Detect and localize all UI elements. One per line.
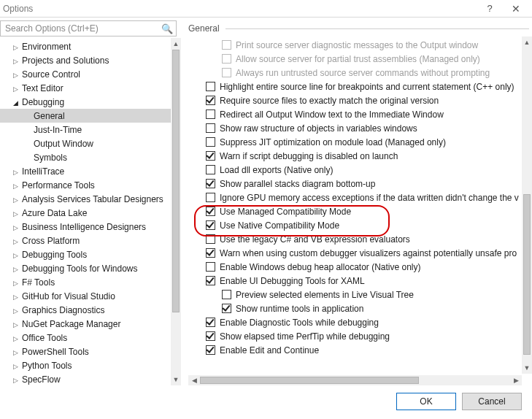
options-hscrollbar[interactable]: ◀ ▶ bbox=[188, 375, 522, 385]
tree-item[interactable]: Office Tools bbox=[0, 331, 171, 345]
checkbox[interactable] bbox=[206, 179, 215, 188]
checkbox[interactable] bbox=[206, 123, 215, 133]
checkbox[interactable] bbox=[206, 331, 215, 341]
checkbox[interactable] bbox=[206, 193, 215, 202]
tree-item-label: Performance Tools bbox=[20, 180, 95, 191]
checkbox[interactable] bbox=[206, 165, 215, 174]
scroll-left-icon[interactable]: ◀ bbox=[188, 375, 200, 385]
checkbox[interactable] bbox=[206, 82, 215, 91]
chevron-right-icon[interactable] bbox=[10, 209, 20, 218]
scroll-down-icon[interactable]: ▼ bbox=[171, 374, 181, 385]
tree-item[interactable]: Business Intelligence Designers bbox=[0, 220, 171, 234]
tree-item[interactable]: Python Tools bbox=[0, 358, 171, 372]
tree-item[interactable]: Azure Data Lake bbox=[0, 206, 171, 220]
tree-item-label: Debugging Tools for Windows bbox=[20, 264, 138, 274]
tree-item[interactable]: General bbox=[0, 109, 171, 123]
chevron-right-icon[interactable] bbox=[10, 334, 20, 342]
tree-item-label: Projects and Solutions bbox=[20, 55, 109, 66]
ok-button[interactable]: OK bbox=[396, 393, 456, 410]
chevron-right-icon[interactable] bbox=[10, 42, 20, 51]
close-icon[interactable]: ✕ bbox=[503, 4, 529, 14]
search-icon[interactable]: 🔍 bbox=[161, 23, 173, 34]
checkbox[interactable] bbox=[222, 304, 231, 313]
scroll-down-icon[interactable]: ▼ bbox=[522, 362, 532, 374]
tree-item[interactable]: IntelliTrace bbox=[0, 164, 171, 178]
chevron-down-icon[interactable] bbox=[10, 98, 20, 107]
tree-item[interactable]: Output Window bbox=[0, 137, 171, 150]
checkbox[interactable] bbox=[206, 137, 215, 147]
options-vscrollbar[interactable]: ▲ ▼ bbox=[522, 36, 532, 374]
scroll-up-icon[interactable]: ▲ bbox=[171, 38, 181, 50]
chevron-right-icon[interactable] bbox=[10, 195, 20, 204]
tree-item[interactable]: PowerShell Tools bbox=[0, 345, 171, 358]
tree-item-label: Source Control bbox=[20, 69, 80, 80]
chevron-right-icon[interactable] bbox=[10, 237, 20, 245]
tree-scrollbar[interactable]: ▲ ▼ bbox=[171, 38, 181, 385]
checkbox[interactable] bbox=[206, 207, 215, 216]
tree-item[interactable]: Performance Tools bbox=[0, 178, 171, 192]
chevron-right-icon[interactable] bbox=[10, 70, 20, 79]
option-row: Preview selected elements in Live Visual… bbox=[188, 288, 520, 301]
chevron-right-icon[interactable] bbox=[10, 375, 20, 384]
checkbox[interactable] bbox=[206, 345, 215, 355]
tree-item[interactable]: GitHub for Visual Studio bbox=[0, 289, 171, 303]
checkbox[interactable] bbox=[206, 318, 215, 327]
chevron-right-icon[interactable] bbox=[10, 347, 20, 356]
chevron-right-icon[interactable] bbox=[10, 56, 20, 65]
checkbox[interactable] bbox=[206, 151, 215, 161]
chevron-right-icon[interactable] bbox=[10, 292, 20, 301]
tree-item[interactable]: Graphics Diagnostics bbox=[0, 303, 171, 317]
tree-item-label: GitHub for Visual Studio bbox=[20, 291, 115, 301]
checkbox[interactable] bbox=[222, 290, 231, 299]
tree-item[interactable]: Source Control bbox=[0, 67, 171, 81]
tree-item[interactable]: F# Tools bbox=[0, 275, 171, 289]
checkbox[interactable] bbox=[206, 262, 215, 272]
tree-item[interactable]: Cross Platform bbox=[0, 234, 171, 247]
tree-item-label: Debugging Tools bbox=[20, 250, 87, 260]
tree-item[interactable]: Text Editor bbox=[0, 81, 171, 95]
options-list: Print source server diagnostic messages … bbox=[188, 36, 520, 374]
tree-item[interactable]: Just-In-Time bbox=[0, 123, 171, 137]
option-label: Allow source server for partial trust as… bbox=[236, 54, 480, 64]
cancel-button[interactable]: Cancel bbox=[462, 393, 522, 410]
nav-tree[interactable]: EnvironmentProjects and SolutionsSource … bbox=[0, 38, 171, 385]
tree-item[interactable]: Debugging Tools bbox=[0, 247, 171, 261]
tree-item-label: Azure Data Lake bbox=[20, 208, 87, 218]
option-label: Show runtime tools in application bbox=[236, 304, 363, 314]
scroll-right-icon[interactable]: ▶ bbox=[510, 375, 522, 385]
chevron-right-icon[interactable] bbox=[10, 250, 20, 259]
tree-item[interactable]: NuGet Package Manager bbox=[0, 317, 171, 331]
chevron-right-icon[interactable] bbox=[10, 84, 20, 93]
option-label: Warn if script debugging is disabled on … bbox=[220, 151, 398, 161]
search-box[interactable]: 🔍 bbox=[0, 20, 177, 36]
chevron-right-icon[interactable] bbox=[10, 306, 20, 315]
checkbox[interactable] bbox=[206, 96, 215, 105]
option-label: Always run untrusted source server comma… bbox=[236, 68, 490, 78]
checkbox bbox=[222, 54, 231, 64]
checkbox[interactable] bbox=[206, 276, 215, 285]
checkbox[interactable] bbox=[206, 234, 215, 244]
checkbox[interactable] bbox=[206, 220, 215, 230]
tree-item[interactable]: SpecFlow bbox=[0, 372, 171, 385]
options-pane: General Print source server diagnostic m… bbox=[181, 18, 532, 385]
search-input[interactable] bbox=[4, 23, 161, 34]
help-icon[interactable]: ? bbox=[477, 4, 503, 14]
chevron-right-icon[interactable] bbox=[10, 320, 20, 328]
tree-item[interactable]: Analysis Services Tabular Designers bbox=[0, 192, 171, 206]
checkbox[interactable] bbox=[206, 109, 215, 119]
tree-item[interactable]: Debugging bbox=[0, 95, 171, 109]
chevron-right-icon[interactable] bbox=[10, 181, 20, 190]
chevron-right-icon[interactable] bbox=[10, 361, 20, 370]
chevron-right-icon[interactable] bbox=[10, 278, 20, 287]
scroll-up-icon[interactable]: ▲ bbox=[522, 36, 532, 48]
checkbox[interactable] bbox=[206, 248, 215, 258]
chevron-right-icon[interactable] bbox=[10, 167, 20, 176]
tree-item-label: IntelliTrace bbox=[20, 166, 64, 177]
tree-item[interactable]: Debugging Tools for Windows bbox=[0, 261, 171, 275]
tree-item[interactable]: Symbols bbox=[0, 150, 171, 164]
tree-item[interactable]: Environment bbox=[0, 39, 171, 53]
tree-item[interactable]: Projects and Solutions bbox=[0, 53, 171, 67]
chevron-right-icon[interactable] bbox=[10, 264, 20, 273]
chevron-right-icon[interactable] bbox=[10, 223, 20, 231]
option-row: Use Native Compatibility Mode bbox=[188, 218, 520, 232]
